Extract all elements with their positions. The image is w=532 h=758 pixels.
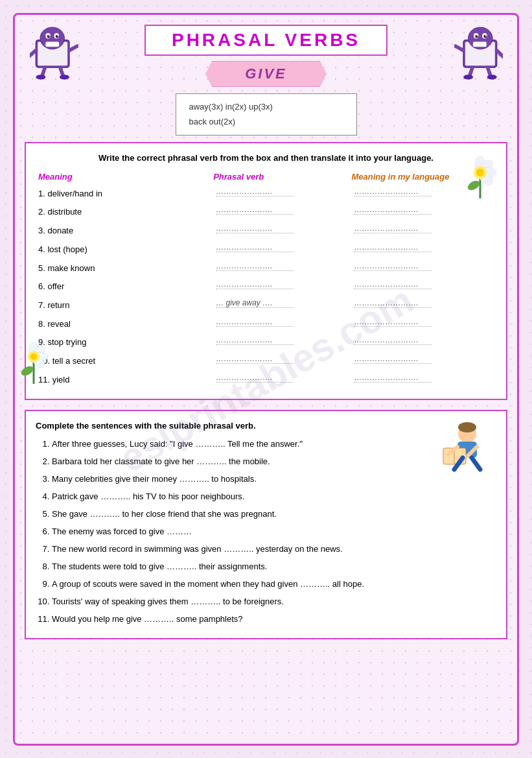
phrasal-cell: …………………. <box>211 352 349 371</box>
meaning-cell: 3. donate <box>36 222 211 241</box>
phrasal-cell: …………………. <box>211 333 349 352</box>
translation-cell: ……………………. <box>349 333 496 352</box>
translation-cell: ……………………. <box>349 203 496 222</box>
list-item: Would you help me give ……….. some pamphl… <box>52 611 496 628</box>
svg-line-72 <box>472 458 480 469</box>
list-item: After three guesses, Lucy said: "I give … <box>52 436 496 453</box>
exercise1-table: Meaning Phrasal verb Meaning in my langu… <box>36 171 496 390</box>
phrasal-cell: …………………. <box>211 278 349 296</box>
dotted-line: ……………………. <box>354 187 432 196</box>
table-row: 6. offer………………….……………………. <box>36 278 496 296</box>
meaning-cell: 8. reveal <box>36 315 211 334</box>
phrasal-cell: …………………. <box>211 222 349 241</box>
dotted-line: ……………………. <box>354 317 432 327</box>
wordbox-row2: back out(2x) <box>189 114 343 129</box>
dotted-line: …………………. <box>216 317 294 327</box>
list-item: She gave ……….. to her close friend that … <box>52 506 496 523</box>
svg-point-53 <box>19 364 34 377</box>
mascot-right <box>452 25 504 83</box>
dotted-line: …………………. <box>216 279 294 289</box>
flower-left-icon <box>16 338 52 386</box>
dotted-line: …………………. <box>216 261 294 271</box>
svg-point-27 <box>476 35 478 36</box>
dotted-line: ……………………. <box>354 335 432 345</box>
dotted-line: ……………………. <box>354 354 432 364</box>
exercise2-list: After three guesses, Lucy said: "I give … <box>36 436 496 628</box>
dotted-line: …………………. <box>216 243 294 252</box>
subtitle-text: GIVE <box>245 65 287 82</box>
table-row: 1. deliver/hand in………………….……………………. <box>36 185 496 204</box>
dotted-line: ……………………. <box>354 205 432 215</box>
svg-rect-9 <box>45 42 59 47</box>
svg-point-18 <box>36 75 45 80</box>
dotted-line: ……………………. <box>354 224 432 233</box>
translation-cell: ……………………. <box>349 259 496 278</box>
dotted-line: …………………. <box>216 373 294 383</box>
meaning-cell: 6. offer <box>36 278 211 296</box>
svg-line-14 <box>30 51 36 58</box>
phrasal-cell: …………………. <box>211 315 349 334</box>
exercise2-section: Complete the sentences with the suitable… <box>25 410 507 639</box>
student-illustration <box>432 421 496 475</box>
col-header-phrasal: Phrasal verb <box>211 171 349 185</box>
dotted-line: …………………. <box>216 224 294 233</box>
title-box: PHRASAL VERBS <box>145 25 387 56</box>
svg-point-65 <box>458 422 476 432</box>
svg-line-35 <box>496 51 502 58</box>
dotted-line: …………………. <box>216 205 294 215</box>
svg-point-6 <box>55 35 58 38</box>
dotted-line: …………………. <box>216 354 294 364</box>
exercise1-title: Write the correct phrasal verb from the … <box>36 153 496 163</box>
phrasal-cell: …………………. <box>211 203 349 222</box>
svg-line-15 <box>69 46 76 51</box>
translation-cell: ……………………. <box>349 241 496 259</box>
table-row: 8. reveal………………….……………………. <box>36 315 496 334</box>
word-box: away(3x) in(2x) up(3x) back out(2x) <box>176 93 357 136</box>
meaning-cell: 9. stop trying <box>36 333 211 352</box>
translation-cell: ……………………. <box>349 278 496 296</box>
wordbox-row1: away(3x) in(2x) up(3x) <box>189 99 343 114</box>
phrasal-cell: …………………. <box>211 185 349 204</box>
table-row: 5. make known………………….……………………. <box>36 259 496 278</box>
table-row: 2. distribute………………….……………………. <box>36 203 496 222</box>
page-container: eslprintables.com <box>13 13 519 746</box>
dotted-line: ……………………. <box>354 279 432 289</box>
meaning-cell: 7. return <box>36 296 211 315</box>
phrasal-cell: …………………. <box>211 241 349 259</box>
svg-point-5 <box>47 35 50 38</box>
svg-line-34 <box>455 46 463 51</box>
svg-point-25 <box>475 35 478 38</box>
meaning-cell: 10. tell a secret <box>36 352 211 371</box>
table-row: 7. return… give away ….……………………. <box>36 296 496 315</box>
svg-point-45 <box>466 179 481 192</box>
mascot-left <box>28 25 80 83</box>
list-item: The students were told to give ……….. the… <box>52 558 496 575</box>
phrasal-cell: … give away …. <box>211 296 349 315</box>
list-item: The enemy was forced to give ……… <box>52 523 496 540</box>
svg-point-39 <box>487 75 496 80</box>
table-row: 4. lost (hope)………………….……………………. <box>36 241 496 259</box>
dotted-line: … give away …. <box>216 298 294 308</box>
dotted-line: ……………………. <box>354 373 432 383</box>
translation-cell: ……………………. <box>349 296 496 315</box>
table-row: 10. tell a secret………………….……………………. <box>36 352 496 371</box>
table-row: 11. yield………………….……………………. <box>36 371 496 390</box>
svg-point-7 <box>49 35 50 36</box>
svg-rect-29 <box>473 42 487 47</box>
dotted-line: ……………………. <box>354 261 432 271</box>
subtitle-ribbon: GIVE <box>205 61 327 87</box>
list-item: A group of scouts were saved in the mome… <box>52 576 496 593</box>
table-row: 3. donate………………….……………………. <box>36 222 496 241</box>
meaning-cell: 1. deliver/hand in <box>36 185 211 204</box>
svg-point-59 <box>30 353 37 360</box>
phrasal-cell: …………………. <box>211 259 349 278</box>
list-item: Patrick gave ……….. his TV to his poor ne… <box>52 488 496 505</box>
page-title: PHRASAL VERBS <box>172 30 360 51</box>
dotted-line: …………………. <box>216 187 294 196</box>
svg-point-38 <box>463 75 473 80</box>
svg-point-28 <box>485 35 486 36</box>
flower-right-icon <box>461 153 500 200</box>
list-item: Tourists' way of speaking gives them ………… <box>52 593 496 610</box>
dotted-line: ……………………. <box>354 298 432 308</box>
svg-point-51 <box>476 169 484 176</box>
